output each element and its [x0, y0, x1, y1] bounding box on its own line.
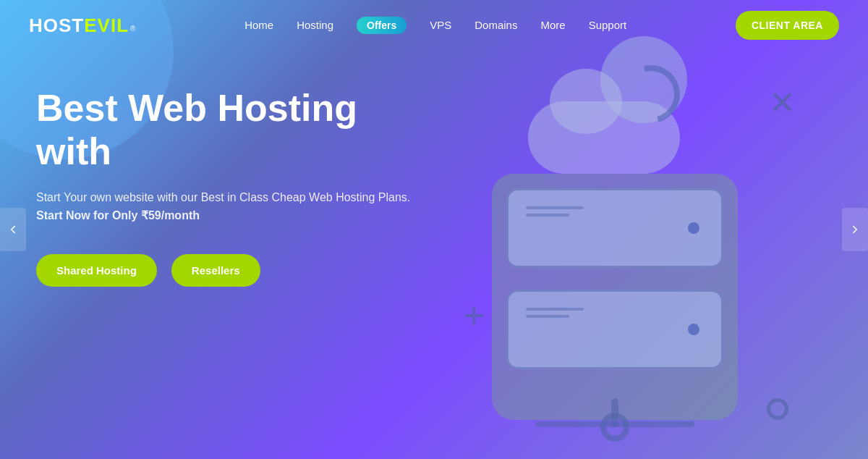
rack-stand [593, 398, 637, 442]
carousel-arrow-left[interactable] [0, 208, 26, 251]
client-area-button[interactable]: CLIENT AREA [736, 11, 839, 40]
chevron-left-icon [7, 223, 20, 236]
nav-hosting[interactable]: Hosting [297, 19, 333, 31]
cloud-illustration [506, 58, 709, 174]
server-rack [492, 167, 738, 434]
nav-vps[interactable]: VPS [430, 19, 451, 31]
logo: HOST EVIL ® [29, 14, 135, 37]
logo-evil: EVIL [84, 14, 129, 37]
server-line-bottom [526, 214, 569, 216]
nav-offers[interactable]: Offers [357, 17, 407, 34]
shared-hosting-button[interactable]: Shared Hosting [36, 254, 157, 287]
nav-home[interactable]: Home [244, 19, 273, 31]
chevron-right-icon [848, 223, 861, 236]
small-circle-decoration [767, 398, 788, 420]
resellers-button[interactable]: Resellers [171, 254, 260, 287]
navbar: HOST EVIL ® Home Hosting Offers VPS Doma… [0, 0, 868, 51]
server-line-top [526, 206, 584, 209]
server-unit-1 [506, 188, 723, 268]
hero-content: Best Web Hosting with Start Your own web… [36, 87, 410, 287]
nav-support[interactable]: Support [589, 19, 627, 31]
plus-decoration: + [463, 297, 485, 334]
hero-section: HOST EVIL ® Home Hosting Offers VPS Doma… [0, 0, 868, 459]
nav-domains[interactable]: Domains [475, 19, 517, 31]
hero-buttons: Shared Hosting Resellers [36, 254, 410, 287]
server-line2-top [526, 308, 584, 311]
nav-links: Home Hosting Offers VPS Domains More Sup… [244, 19, 626, 32]
nav-more[interactable]: More [540, 19, 565, 31]
server-led-1 [688, 222, 699, 234]
server-line2-bottom [526, 315, 569, 318]
logo-host: HOST [29, 14, 84, 37]
server-led-2 [688, 324, 699, 335]
carousel-arrow-right[interactable] [842, 208, 868, 251]
stand-circle [600, 413, 629, 442]
hero-subtitle: Start Your own website with our Best in … [36, 188, 410, 225]
hero-title: Best Web Hosting with [36, 87, 410, 174]
logo-dot: ® [130, 25, 135, 33]
x-decoration: ✕ [769, 87, 796, 119]
server-unit-2 [506, 290, 723, 369]
hero-illustration: ✕ + [434, 43, 810, 442]
